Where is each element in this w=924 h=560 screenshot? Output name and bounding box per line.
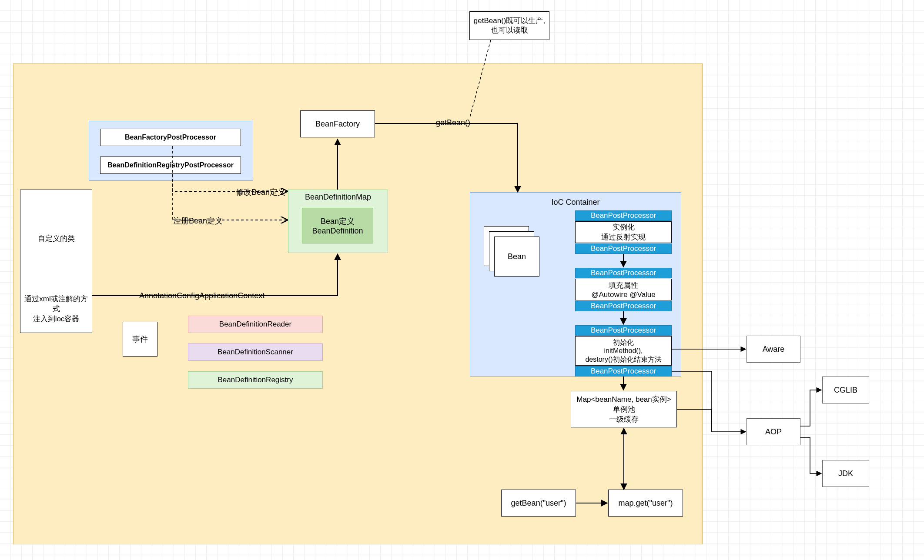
edge-modify-label: 修改Bean定义 bbox=[235, 187, 286, 197]
getbean-user-box: getBean("user") bbox=[501, 490, 576, 517]
bpp-before-fill: BeanPostProcessor bbox=[575, 268, 672, 278]
note-getbean: getBean()既可以生产, 也可以读取 bbox=[469, 11, 549, 40]
event-box: 事件 bbox=[123, 322, 157, 357]
bd-scanner-tag: BeanDefinitionScanner bbox=[188, 343, 323, 361]
custom-class-box: 自定义的类 通过xml或注解的方式 注入到ioc容器 bbox=[20, 190, 92, 333]
bean-stack: Bean bbox=[484, 226, 539, 277]
bean-definition-box: Bean定义 BeanDefinition bbox=[302, 208, 373, 243]
bd-reader-tag: BeanDefinitionReader bbox=[188, 316, 323, 333]
init-box: 初始化 initMethod(), destory()初始化结束方法 bbox=[575, 336, 672, 366]
bean-factory-box: BeanFactory bbox=[300, 110, 375, 137]
edge-register-label: 注册Bean定义 bbox=[172, 216, 224, 226]
ioc-title: IoC Container bbox=[470, 198, 681, 207]
bpp-before-init: BeanPostProcessor bbox=[575, 325, 672, 336]
instantiate-box: 实例化 通过反射实现 bbox=[575, 221, 672, 243]
bpp-after-fill: BeanPostProcessor bbox=[575, 301, 672, 311]
note-l2: 也可以读取 bbox=[491, 26, 528, 35]
note-l1: getBean()既可以生产, bbox=[474, 16, 545, 26]
bpp-after-init: BeanPostProcessor bbox=[575, 366, 672, 377]
diagram-canvas: getBean()既可以生产, 也可以读取 BeanFactory BeanFa… bbox=[0, 0, 924, 560]
bfpp-box: BeanFactoryPostProcessor bbox=[100, 129, 241, 146]
edge-acac-label: AnnotationConfigApplicationContext bbox=[138, 291, 265, 300]
edge-getbean-label: getBean() bbox=[435, 118, 471, 127]
bpp-after-inst: BeanPostProcessor bbox=[575, 243, 672, 254]
map-pool-box: Map<beanName, bean实例> 单例池 一级缓存 bbox=[571, 391, 677, 427]
mapget-box: map.get("user") bbox=[608, 490, 683, 517]
cglib-box: CGLIB bbox=[822, 377, 869, 403]
bpp-before-inst: BeanPostProcessor bbox=[575, 210, 672, 221]
jdk-box: JDK bbox=[822, 460, 869, 487]
aware-box: Aware bbox=[747, 336, 800, 363]
bd-registry-tag: BeanDefinitionRegistry bbox=[188, 371, 323, 389]
bdrpp-box: BeanDefinitionRegistryPostProcessor bbox=[100, 157, 241, 174]
aop-box: AOP bbox=[747, 418, 800, 445]
fill-box: 填充属性 @Autowire @Value bbox=[575, 279, 672, 300]
